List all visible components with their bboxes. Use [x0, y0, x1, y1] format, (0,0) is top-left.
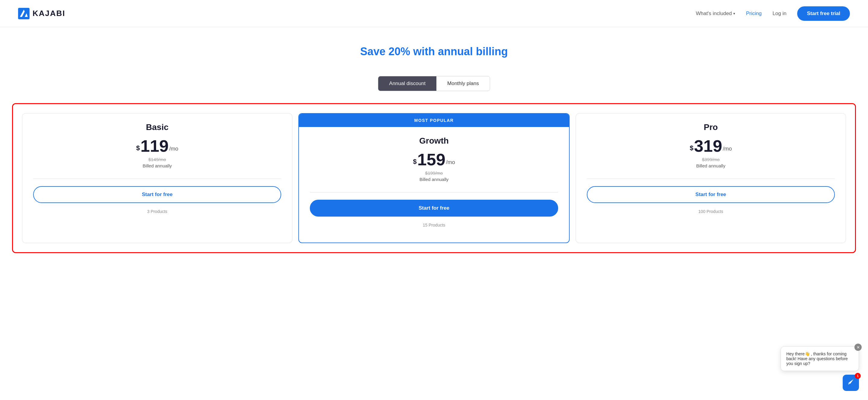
- hero-title: Save 20% with annual billing: [6, 45, 862, 58]
- kajabi-logo-icon: [18, 8, 30, 19]
- whats-included-link[interactable]: What's included ▾: [696, 10, 735, 17]
- basic-plan-body: Basic $ 119 /mo $149/mo Billed annually …: [22, 113, 292, 237]
- growth-plan-card: MOST POPULAR Growth $ 159 /mo $199/mo Bi…: [299, 113, 569, 243]
- basic-price-row: $ 119 /mo: [33, 138, 281, 154]
- hero-section: Save 20% with annual billing: [0, 27, 868, 67]
- logo: KAJABI: [18, 8, 65, 19]
- pricing-link[interactable]: Pricing: [746, 10, 762, 17]
- pricing-outline: Basic $ 119 /mo $149/mo Billed annually …: [12, 103, 856, 253]
- basic-per: /mo: [169, 146, 179, 152]
- pro-plan-name: Pro: [587, 122, 835, 132]
- basic-plan-card: Basic $ 119 /mo $149/mo Billed annually …: [22, 113, 292, 243]
- annual-toggle-button[interactable]: Annual discount: [378, 76, 436, 91]
- pro-per: /mo: [723, 146, 732, 152]
- nav-links: What's included ▾ Pricing Log in Start f…: [696, 6, 850, 21]
- growth-plan-name: Growth: [310, 136, 558, 146]
- pro-feature-hint: 100 Products: [587, 209, 835, 214]
- login-link[interactable]: Log in: [772, 10, 786, 17]
- monthly-toggle-button[interactable]: Monthly plans: [436, 76, 490, 91]
- svg-rect-0: [18, 8, 30, 19]
- growth-billed: Billed annually: [310, 177, 558, 182]
- basic-billed: Billed annually: [33, 163, 281, 168]
- growth-per: /mo: [446, 159, 455, 166]
- basic-dollar: $: [136, 144, 140, 152]
- growth-feature-hint: 15 Products: [310, 223, 558, 227]
- pro-plan-card: Pro $ 319 /mo $399/mo Billed annually St…: [576, 113, 846, 243]
- basic-plan-name: Basic: [33, 122, 281, 132]
- pricing-section: Basic $ 119 /mo $149/mo Billed annually …: [0, 103, 868, 271]
- pro-price-row: $ 319 /mo: [587, 138, 835, 154]
- pro-dollar: $: [689, 144, 693, 152]
- pricing-label: Pricing: [746, 10, 762, 17]
- pro-plan-body: Pro $ 319 /mo $399/mo Billed annually St…: [576, 113, 846, 237]
- growth-cta-button[interactable]: Start for free: [310, 200, 558, 217]
- growth-amount: 159: [417, 151, 445, 168]
- pro-original-price: $399/mo: [587, 157, 835, 162]
- start-trial-button[interactable]: Start free trial: [797, 6, 850, 21]
- growth-original-price: $199/mo: [310, 170, 558, 176]
- growth-plan-body: Growth $ 159 /mo $199/mo Billed annually…: [299, 127, 569, 236]
- basic-original-price: $149/mo: [33, 157, 281, 162]
- pro-divider: [587, 178, 835, 179]
- popular-badge: MOST POPULAR: [299, 114, 569, 127]
- basic-cta-button[interactable]: Start for free: [33, 186, 281, 203]
- growth-dollar: $: [413, 158, 416, 166]
- logo-text: KAJABI: [33, 9, 65, 18]
- chevron-down-icon: ▾: [733, 11, 735, 16]
- basic-amount: 119: [141, 138, 168, 154]
- login-label: Log in: [772, 10, 786, 17]
- pro-amount: 319: [694, 138, 722, 154]
- whats-included-label: What's included: [696, 10, 732, 17]
- growth-price-row: $ 159 /mo: [310, 151, 558, 168]
- navbar: KAJABI What's included ▾ Pricing Log in …: [0, 0, 868, 27]
- basic-divider: [33, 178, 281, 179]
- billing-toggle: Annual discount Monthly plans: [0, 76, 868, 91]
- basic-feature-hint: 3 Products: [33, 209, 281, 214]
- growth-divider: [310, 192, 558, 193]
- toggle-group: Annual discount Monthly plans: [378, 76, 490, 91]
- pro-billed: Billed annually: [587, 163, 835, 168]
- pro-cta-button[interactable]: Start for free: [587, 186, 835, 203]
